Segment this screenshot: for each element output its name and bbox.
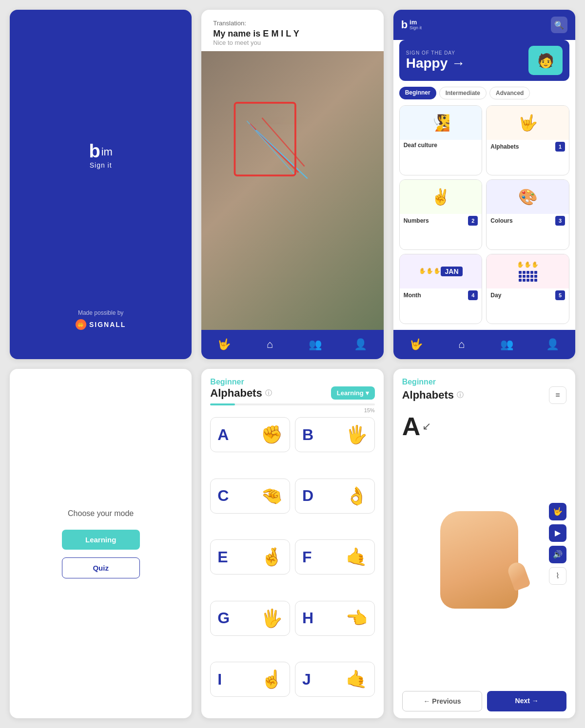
letter-arrow: ↙ <box>422 420 431 433</box>
translation-main: My name is E M I L Y <box>213 29 371 39</box>
alpha-item-f[interactable]: F 🤙 <box>295 539 375 575</box>
logo-b-char: b <box>89 142 100 160</box>
detail-title: Alphabets <box>402 389 454 402</box>
day-image: ✋✋✋ <box>487 254 569 288</box>
colours-image: 🎨 <box>487 180 569 214</box>
numbers-label: Numbers <box>404 217 429 224</box>
svg-line-2 <box>256 130 308 179</box>
learning-button[interactable]: Learning <box>62 530 140 550</box>
logo-b: b <box>401 19 408 31</box>
home-header: b im Sign it 🔍 <box>393 10 575 40</box>
play-btn[interactable]: ▶ <box>549 524 566 542</box>
home-screen: b im Sign it 🔍 SIGN OF THE DAY Happy → 🧑… <box>393 10 575 359</box>
category-deaf-culture[interactable]: 🧏 Deaf culture <box>399 105 483 175</box>
mode-selection-screen: Choose your mode Learning Quiz <box>10 369 192 718</box>
deaf-culture-label: Deaf culture <box>404 142 437 149</box>
made-by-section: Made possible by 🤲 SIGNALL <box>76 309 126 330</box>
alpha-level-label: Beginner <box>210 378 374 386</box>
translation-header: Translation: My name is E M I L Y Nice t… <box>201 10 383 51</box>
camera-view: ⟳ <box>201 51 383 330</box>
alphabets-list-screen: Beginner Alphabets ⓘ Learning ▾ 15% A ✊ … <box>201 369 383 718</box>
alphabet-detail-screen: Beginner Alphabets ⓘ ≡ A ↙ 🤟 ▶ 🔊 ⌇ ← Pre… <box>393 369 575 718</box>
home-nav-sign[interactable]: 🤟 <box>405 336 427 353</box>
month-label: Month <box>404 292 421 299</box>
colours-label: Colours <box>490 217 512 224</box>
categories-grid: 🧏 Deaf culture 🤟 Alphabets 1 ✌️ Numbers … <box>393 105 575 324</box>
splash-logo: b im Sign it <box>89 142 112 169</box>
colours-num: 3 <box>555 216 565 226</box>
fist-shape <box>440 511 518 609</box>
signall-icon: 🤲 <box>76 319 86 330</box>
sotd-label: SIGN OF THE DAY <box>406 50 465 56</box>
category-alphabets[interactable]: 🤟 Alphabets 1 <box>486 105 569 175</box>
alphabets-footer: Alphabets 1 <box>487 140 569 154</box>
alpha-item-b[interactable]: B 🖐 <box>295 417 375 452</box>
alphabets-image: 🤟 <box>487 106 569 140</box>
colours-footer: Colours 3 <box>487 214 569 229</box>
alpha-item-e[interactable]: E 🤞 <box>210 539 290 575</box>
hand-sign-image <box>440 511 528 618</box>
learning-dropdown[interactable]: Learning ▾ <box>331 386 375 400</box>
logo-sign-it: Sign it <box>410 26 422 31</box>
detail-header: Beginner Alphabets ⓘ ≡ <box>393 369 575 408</box>
tab-advanced[interactable]: Advanced <box>489 87 530 99</box>
nav-community-icon[interactable]: 👥 <box>305 336 326 353</box>
numbers-num: 2 <box>468 216 478 226</box>
category-colours[interactable]: 🎨 Colours 3 <box>486 179 569 249</box>
logo-im-home: im <box>410 19 422 26</box>
audio-btn[interactable]: 🔊 <box>549 546 566 563</box>
detail-menu-button[interactable]: ≡ <box>549 386 566 404</box>
home-nav-community[interactable]: 👥 <box>496 336 518 353</box>
made-by-label: Made possible by <box>78 309 123 316</box>
alpha-item-j[interactable]: J 🤙 <box>295 662 375 697</box>
alpha-item-c[interactable]: C 🤏 <box>210 479 290 514</box>
alpha-item-i[interactable]: I ☝ <box>210 662 290 697</box>
alphabets-label: Alphabets <box>490 143 519 150</box>
quiz-button[interactable]: Quiz <box>62 557 140 578</box>
deaf-culture-footer: Deaf culture <box>400 140 482 152</box>
sign-btn[interactable]: 🤟 <box>549 503 566 520</box>
sign-of-day-banner[interactable]: SIGN OF THE DAY Happy → 🧑 <box>399 40 569 81</box>
progress-label: 15% <box>201 407 383 417</box>
alphabets-grid: A ✊ B 🖐 C 🤏 D 👌 E 🤞 F 🤙 G 🖐 H 👈 <box>201 417 383 718</box>
category-numbers[interactable]: ✌️ Numbers 2 <box>399 179 483 249</box>
home-bottom-nav: 🤟 ⌂ 👥 👤 <box>393 330 575 359</box>
app-name: Sign it <box>90 161 112 169</box>
splash-screen: b im Sign it Made possible by 🤲 SIGNALL <box>10 10 192 359</box>
home-logo: b im Sign it <box>401 19 422 31</box>
camera-person <box>201 51 383 330</box>
deaf-culture-image: 🧏 <box>400 106 482 140</box>
tab-beginner[interactable]: Beginner <box>399 87 436 99</box>
logo-im-text: im <box>101 146 113 158</box>
detail-info-icon: ⓘ <box>457 391 464 400</box>
nav-sign-icon[interactable]: 🤟 <box>214 336 235 353</box>
translation-label: Translation: <box>213 19 371 27</box>
sotd-word: Happy → <box>406 56 465 71</box>
bottom-navigation: 🤟 ⌂ 👥 👤 <box>201 330 383 359</box>
sotd-illustration: 🧑 <box>528 46 563 75</box>
chart-btn[interactable]: ⌇ <box>549 567 566 585</box>
alpha-item-a[interactable]: A ✊ <box>210 417 290 452</box>
alpha-item-h[interactable]: H 👈 <box>295 601 375 636</box>
hand-illustration: 🤟 ▶ 🔊 ⌇ <box>393 445 575 684</box>
app-logo: b im <box>89 142 112 160</box>
search-button[interactable]: 🔍 <box>551 17 567 33</box>
nav-profile-icon[interactable]: 👤 <box>350 336 371 353</box>
tab-intermediate[interactable]: Intermediate <box>439 87 487 99</box>
nav-home-icon[interactable]: ⌂ <box>259 336 280 353</box>
next-button[interactable]: Next → <box>487 691 566 711</box>
camera-screen: Translation: My name is E M I L Y Nice t… <box>201 10 383 359</box>
alpha-item-d[interactable]: D 👌 <box>295 479 375 514</box>
home-nav-profile[interactable]: 👤 <box>542 336 563 353</box>
choose-mode-label: Choose your mode <box>68 509 134 518</box>
home-nav-home[interactable]: ⌂ <box>451 336 472 353</box>
numbers-image: ✌️ <box>400 180 482 214</box>
category-month[interactable]: ✋✋✋ JAN Month 4 <box>399 254 483 324</box>
previous-button[interactable]: ← Previous <box>402 691 483 711</box>
progress-fill <box>210 403 235 405</box>
category-day[interactable]: ✋✋✋ Day 5 <box>486 254 569 324</box>
alpha-item-g[interactable]: G 🖐 <box>210 601 290 636</box>
month-image: ✋✋✋ JAN <box>400 254 482 288</box>
numbers-footer: Numbers 2 <box>400 214 482 229</box>
day-label: Day <box>490 292 501 299</box>
